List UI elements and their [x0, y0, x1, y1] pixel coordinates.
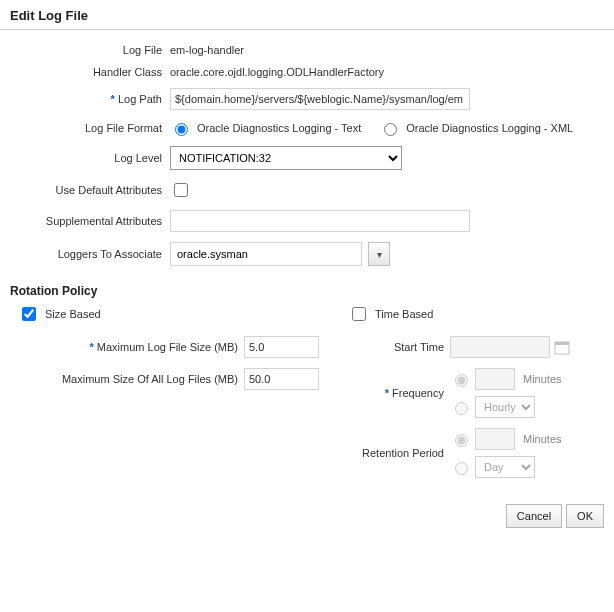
- time-based-checkbox[interactable]: [352, 307, 366, 321]
- use-default-attributes-checkbox[interactable]: [174, 183, 188, 197]
- retention-unit-select[interactable]: Day: [475, 456, 535, 478]
- label-loggers-to-associate: Loggers To Associate: [10, 248, 170, 260]
- retention-minutes-input[interactable]: [475, 428, 515, 450]
- svg-rect-1: [555, 342, 569, 345]
- label-supplemental-attributes: Supplemental Attributes: [10, 215, 170, 227]
- format-text-label: Oracle Diagnostics Logging - Text: [197, 122, 361, 134]
- log-level-select[interactable]: NOTIFICATION:32: [170, 146, 402, 170]
- format-xml-radio[interactable]: [384, 123, 397, 136]
- size-based-label: Size Based: [45, 308, 101, 320]
- size-based-column: Size Based Maximum Log File Size (MB) Ma…: [10, 304, 340, 488]
- max-log-file-size-input[interactable]: [244, 336, 319, 358]
- label-frequency: Frequency: [340, 387, 450, 399]
- label-retention-period: Retention Period: [340, 447, 450, 459]
- label-handler-class: Handler Class: [10, 66, 170, 78]
- max-all-log-files-input[interactable]: [244, 368, 319, 390]
- supplemental-attributes-input[interactable]: [170, 210, 470, 232]
- value-handler-class: oracle.core.ojdl.logging.ODLHandlerFacto…: [170, 66, 604, 78]
- start-time-input[interactable]: [450, 336, 550, 358]
- rotation-policy: Size Based Maximum Log File Size (MB) Ma…: [0, 304, 614, 498]
- frequency-hourly-radio[interactable]: [455, 402, 468, 415]
- label-max-log-file-size: Maximum Log File Size (MB): [10, 341, 244, 353]
- loggers-to-associate-select[interactable]: oracle.sysman: [170, 242, 362, 266]
- size-based-checkbox[interactable]: [22, 307, 36, 321]
- label-use-default-attributes: Use Default Attributes: [10, 184, 170, 196]
- label-log-path: Log Path: [10, 93, 170, 105]
- format-xml-label: Oracle Diagnostics Logging - XML: [406, 122, 573, 134]
- ok-button[interactable]: OK: [566, 504, 604, 528]
- cancel-button[interactable]: Cancel: [506, 504, 562, 528]
- calendar-icon[interactable]: [554, 339, 570, 355]
- form-container: Log File em-log-handler Handler Class or…: [0, 30, 614, 266]
- log-path-input[interactable]: [170, 88, 470, 110]
- frequency-minutes-input[interactable]: [475, 368, 515, 390]
- frequency-minutes-radio[interactable]: [455, 374, 468, 387]
- retention-day-radio[interactable]: [455, 462, 468, 475]
- value-log-file: em-log-handler: [170, 44, 604, 56]
- label-log-file-format: Log File Format: [10, 122, 170, 134]
- label-log-level: Log Level: [10, 152, 170, 164]
- button-bar: Cancel OK: [0, 498, 614, 538]
- label-max-all-log-files: Maximum Size Of All Log Files (MB): [10, 373, 244, 385]
- retention-minutes-unit: Minutes: [523, 433, 562, 445]
- retention-minutes-radio[interactable]: [455, 434, 468, 447]
- rotation-policy-title: Rotation Policy: [0, 276, 614, 304]
- frequency-minutes-unit: Minutes: [523, 373, 562, 385]
- label-start-time: Start Time: [340, 341, 450, 353]
- dialog-title: Edit Log File: [0, 0, 614, 30]
- chevron-down-icon[interactable]: ▾: [368, 242, 390, 266]
- time-based-label: Time Based: [375, 308, 433, 320]
- time-based-column: Time Based Start Time Frequency Minutes: [340, 304, 604, 488]
- frequency-unit-select[interactable]: Hourly: [475, 396, 535, 418]
- format-text-radio[interactable]: [175, 123, 188, 136]
- label-log-file: Log File: [10, 44, 170, 56]
